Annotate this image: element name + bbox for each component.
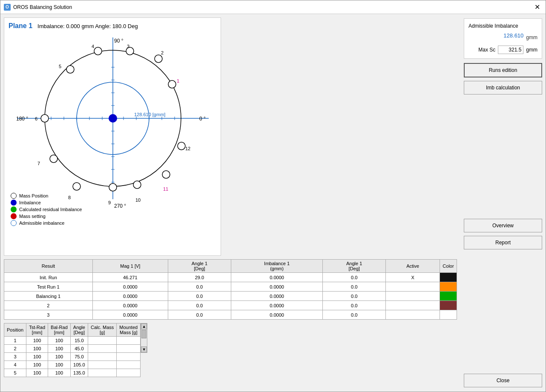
polar-area: 90 ° 270 ° 180 ° 0 ° xyxy=(9,33,217,229)
angle1-cell: 0.0 xyxy=(168,301,231,310)
svg-text:7: 7 xyxy=(37,161,40,166)
chart-header: Plane 1 Imbalance: 0.000 gmm Angle: 180.… xyxy=(9,22,216,30)
svg-point-36 xyxy=(133,181,141,189)
active-cell xyxy=(386,292,440,301)
legend-mass-position: Mass Position xyxy=(11,193,82,199)
mounted-mass-cell xyxy=(117,361,141,369)
svg-text:180 °: 180 ° xyxy=(16,116,28,122)
positions-scrollbar[interactable]: ▲ ▼ xyxy=(141,323,147,353)
col-angle1b: Angle 1[Deg] xyxy=(323,260,386,273)
angle1b-cell: 0.0 xyxy=(323,282,386,292)
imbalance-text: Imbalance: 0.000 gmm Angle: 180.0 Deg xyxy=(37,23,138,29)
angle1b-cell: 0.0 xyxy=(323,310,386,320)
result-cell: Test Run 1 xyxy=(4,282,93,292)
result-cell: 2 xyxy=(4,301,93,310)
color-cell xyxy=(440,282,457,292)
maxsc-input[interactable] xyxy=(498,46,523,54)
col-angle1: Angle 1[Deg] xyxy=(168,260,231,273)
table-row: 3 100 100 75.0 xyxy=(4,353,141,361)
pos-cell: 5 xyxy=(4,369,26,377)
scroll-up-button[interactable]: ▲ xyxy=(141,323,147,329)
color-cell xyxy=(440,292,457,301)
tables-container: Result Mag 1 [V] Angle 1[Deg] Imbalance … xyxy=(4,259,457,377)
mounted-mass-cell xyxy=(117,337,141,345)
report-button[interactable]: Report xyxy=(464,236,542,249)
table-row: Test Run 1 0.0000 0.0 0.0000 0.0 xyxy=(4,282,457,292)
active-cell xyxy=(386,282,440,292)
col-active: Active xyxy=(386,260,440,273)
col-mounted-mass: MountedMass [g] xyxy=(117,323,141,337)
active-cell: X xyxy=(386,273,440,282)
close-dialog-button[interactable]: Close xyxy=(464,374,542,387)
tst-rad-cell: 100 xyxy=(26,369,48,377)
maxsc-row: Max Sc gmm xyxy=(468,46,537,54)
col-mag1: Mag 1 [V] xyxy=(92,260,168,273)
chart-container: Plane 1 Imbalance: 0.000 gmm Angle: 180.… xyxy=(4,17,221,256)
calc-mass-cell xyxy=(88,345,116,353)
imb1-cell: 0.0000 xyxy=(231,301,323,310)
pos-cell: 2 xyxy=(4,345,26,353)
angle1b-cell: 0.0 xyxy=(323,292,386,301)
svg-text:2: 2 xyxy=(161,50,164,55)
scroll-down-button[interactable]: ▼ xyxy=(141,346,147,352)
mass-setting-icon xyxy=(11,213,17,219)
calc-residual-icon xyxy=(11,206,17,212)
tst-rad-cell: 100 xyxy=(26,337,48,345)
color-cell xyxy=(440,310,457,320)
tst-rad-cell: 100 xyxy=(26,345,48,353)
right-panel: Admissible Imbalance 128.610 gmm Max Sc … xyxy=(460,14,546,392)
angle1-cell: 0.0 xyxy=(168,282,231,292)
svg-text:10: 10 xyxy=(135,197,141,203)
main-content: Plane 1 Imbalance: 0.000 gmm Angle: 180.… xyxy=(0,14,546,392)
mag1-cell: 0.0000 xyxy=(92,301,168,310)
angle-cell: 135.0 xyxy=(70,369,88,377)
svg-text:1: 1 xyxy=(177,78,179,83)
svg-text:6: 6 xyxy=(35,116,37,121)
col-bal-rad: Bal-Rad[mm] xyxy=(48,323,71,337)
admissible-icon xyxy=(11,220,17,226)
col-imb1: Imbalance 1(gmm) xyxy=(231,260,323,273)
title-bar: O OROS Balancing Solution ✕ xyxy=(0,0,546,14)
svg-point-31 xyxy=(66,66,74,73)
angle1-cell: 0.0 xyxy=(168,292,231,301)
overview-button[interactable]: Overview xyxy=(464,219,542,232)
angle1b-cell: 0.0 xyxy=(323,273,386,282)
svg-point-28 xyxy=(155,55,162,63)
positions-table-wrapper: Position Tst-Rad[mm] Bal-Rad[mm] Angle[D… xyxy=(4,323,457,377)
angle1-cell: 0.0 xyxy=(168,310,231,320)
runs-edition-button[interactable]: Runs edition xyxy=(464,63,542,77)
app-icon: O xyxy=(4,4,11,11)
admissible-title: Admissible Imbalance xyxy=(468,23,537,29)
legend-label-admissible: Admissible imbalance xyxy=(19,220,64,226)
svg-point-33 xyxy=(50,155,57,163)
svg-text:270 °: 270 ° xyxy=(114,203,126,209)
svg-text:9: 9 xyxy=(108,200,111,205)
mag1-cell: 0.0000 xyxy=(92,282,168,292)
legend-label-mass-setting: Mass setting xyxy=(19,214,46,219)
col-result: Result xyxy=(4,260,93,273)
scroll-track xyxy=(141,329,147,346)
calc-mass-cell xyxy=(88,337,116,345)
col-calc-mass: Calc. Mass[g] xyxy=(88,323,116,337)
imb1-cell: 0.0000 xyxy=(231,273,323,282)
close-button[interactable]: ✕ xyxy=(532,2,542,12)
scroll-thumb[interactable] xyxy=(141,330,147,338)
svg-point-32 xyxy=(41,114,49,122)
left-panel: Plane 1 Imbalance: 0.000 gmm Angle: 180.… xyxy=(0,14,460,392)
svg-text:4: 4 xyxy=(92,44,94,49)
table-row: Init. Run 46.271 29.0 0.0000 0.0 X xyxy=(4,273,457,282)
color-cell xyxy=(440,301,457,310)
angle1b-cell: 0.0 xyxy=(323,301,386,310)
svg-text:128.610 [gmm]: 128.610 [gmm] xyxy=(134,112,165,117)
bal-rad-cell: 100 xyxy=(48,353,71,361)
mag1-cell: 0.0000 xyxy=(92,310,168,320)
mounted-mass-cell xyxy=(117,345,141,353)
imb-calculation-button[interactable]: Imb calculation xyxy=(464,81,542,94)
admissible-unit: gmm xyxy=(526,34,537,40)
active-cell xyxy=(386,310,440,320)
table-row: 5 100 100 135.0 xyxy=(4,369,141,377)
table-row: 1 100 100 15.0 xyxy=(4,337,141,345)
col-tst-rad: Tst-Rad[mm] xyxy=(26,323,48,337)
plane-title: Plane 1 xyxy=(9,22,32,30)
mounted-mass-cell xyxy=(117,369,141,377)
